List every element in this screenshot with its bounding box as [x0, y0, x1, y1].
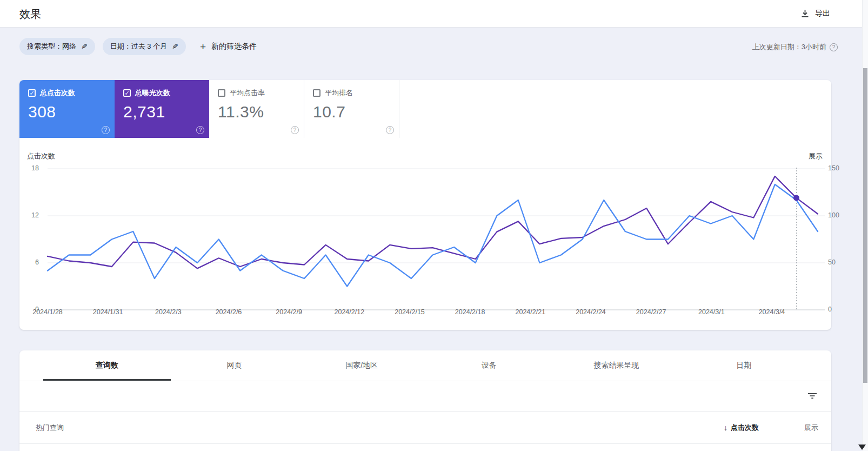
edit-pencil-icon: ✎ — [172, 42, 178, 51]
help-icon[interactable]: ? — [196, 126, 204, 134]
unchecked-checkbox-icon[interactable] — [218, 89, 225, 97]
help-icon[interactable]: ? — [291, 126, 299, 134]
x-axis-tick: 2024/2/21 — [503, 308, 557, 316]
plus-icon: + — [200, 42, 206, 52]
divider — [19, 443, 831, 444]
search-console-performance-page: 效果 导出 搜索类型：网络 ✎ 日期：过去 3 个月 ✎ + 新的筛选条件 上次… — [0, 0, 868, 451]
metric-card-total-impressions[interactable]: ✓ 总曝光次数 2,731 ? — [115, 80, 209, 138]
dimension-tabs: 查询数 网页 国家/地区 设备 搜索结果呈现 日期 — [43, 350, 807, 381]
download-icon — [800, 9, 810, 18]
y-axis-tick-right: 150 — [828, 164, 839, 172]
metric-value: 11.3% — [218, 103, 295, 121]
x-axis-tick: 2024/3/1 — [684, 308, 738, 316]
tab-dates[interactable]: 日期 — [680, 350, 807, 381]
y-axis-tick-right: 0 — [828, 306, 832, 313]
metric-value: 2,731 — [123, 103, 201, 121]
metric-label: 总曝光次数 — [135, 88, 170, 98]
performance-chart-panel: ✓ 总点击次数 308 ? ✓ 总曝光次数 2,731 ? 平均点击率 — [19, 80, 831, 330]
scroll-corner-arrow-icon — [858, 445, 866, 450]
metric-label: 平均排名 — [325, 88, 353, 98]
tab-search-appearance[interactable]: 搜索结果呈现 — [553, 350, 680, 381]
y-axis-tick-left: 12 — [23, 211, 39, 219]
y-axis-tick-left: 18 — [23, 164, 39, 172]
tab-queries[interactable]: 查询数 — [43, 350, 171, 381]
x-axis-tick: 2024/2/3 — [141, 308, 195, 316]
x-axis-tick: 2024/1/31 — [81, 308, 135, 316]
add-filter-label: 新的筛选条件 — [211, 42, 257, 51]
top-app-bar: 效果 导出 — [0, 0, 863, 28]
x-axis-tick: 2024/2/27 — [624, 308, 678, 316]
filter-funnel-icon[interactable] — [807, 392, 817, 402]
help-icon[interactable]: ? — [386, 126, 394, 134]
export-button[interactable]: 导出 — [800, 6, 830, 21]
metric-value: 10.7 — [313, 103, 390, 121]
date-filter-label: 日期：过去 3 个月 — [110, 42, 167, 51]
dimensions-table-panel: 查询数 网页 国家/地区 设备 搜索结果呈现 日期 热门查询 ↓ 点击次数 展示 — [19, 350, 831, 451]
clicks-column-header[interactable]: ↓ 点击次数 — [724, 423, 759, 433]
x-axis-tick: 2024/2/9 — [262, 308, 316, 316]
x-axis-tick: 2024/3/4 — [745, 308, 799, 316]
search-type-filter-chip[interactable]: 搜索类型：网络 ✎ — [19, 38, 95, 55]
help-icon[interactable]: ? — [830, 43, 838, 51]
x-axis-tick: 2024/1/28 — [21, 308, 75, 316]
checked-checkbox-icon[interactable]: ✓ — [28, 89, 36, 97]
x-axis-tick: 2024/2/18 — [443, 308, 497, 316]
metric-label: 总点击次数 — [40, 88, 75, 98]
right-axis-title: 展示 — [809, 151, 823, 161]
search-type-filter-label: 搜索类型：网络 — [27, 42, 76, 51]
metric-card-average-ctr[interactable]: 平均点击率 11.3% ? — [209, 80, 304, 138]
top-queries-column-header: 热门查询 — [36, 423, 724, 433]
unchecked-checkbox-icon[interactable] — [313, 89, 321, 97]
metric-label: 平均点击率 — [230, 88, 265, 98]
add-filter-button[interactable]: + 新的筛选条件 — [200, 42, 257, 52]
tab-devices[interactable]: 设备 — [425, 350, 553, 381]
tab-countries[interactable]: 国家/地区 — [298, 350, 425, 381]
filter-row: 搜索类型：网络 ✎ 日期：过去 3 个月 ✎ + 新的筛选条件 — [19, 38, 257, 55]
export-label: 导出 — [815, 9, 830, 18]
page-scrollbar-track — [862, 0, 868, 451]
metric-cards-row: ✓ 总点击次数 308 ? ✓ 总曝光次数 2,731 ? 平均点击率 — [19, 80, 399, 138]
x-axis-tick: 2024/2/24 — [564, 308, 618, 316]
x-axis-tick: 2024/2/15 — [383, 308, 437, 316]
date-filter-chip[interactable]: 日期：过去 3 个月 ✎ — [103, 38, 186, 55]
checked-checkbox-icon[interactable]: ✓ — [123, 89, 131, 97]
page-scrollbar-thumb[interactable] — [863, 68, 867, 383]
metric-card-total-clicks[interactable]: ✓ 总点击次数 308 ? — [19, 80, 115, 138]
last-updated-text: 上次更新日期：3小时前 ? — [752, 42, 838, 52]
x-axis-tick: 2024/2/12 — [322, 308, 376, 316]
page-title: 效果 — [19, 7, 41, 22]
metric-card-average-position[interactable]: 平均排名 10.7 ? — [304, 80, 399, 138]
table-filter-bar — [19, 381, 831, 411]
metric-value: 308 — [28, 103, 106, 121]
y-axis-tick-right: 50 — [828, 258, 836, 266]
table-header-row: 热门查询 ↓ 点击次数 展示 — [19, 412, 831, 443]
help-icon[interactable]: ? — [102, 126, 110, 134]
edit-pencil-icon: ✎ — [81, 42, 88, 51]
y-axis-tick-right: 100 — [828, 211, 839, 219]
sort-descending-arrow-icon: ↓ — [724, 423, 727, 432]
y-axis-tick-left: 6 — [23, 258, 39, 266]
impressions-column-header[interactable]: 展示 — [804, 423, 818, 433]
tab-pages[interactable]: 网页 — [171, 350, 298, 381]
left-axis-title: 点击次数 — [27, 151, 55, 161]
x-axis-tick: 2024/2/6 — [202, 308, 256, 316]
